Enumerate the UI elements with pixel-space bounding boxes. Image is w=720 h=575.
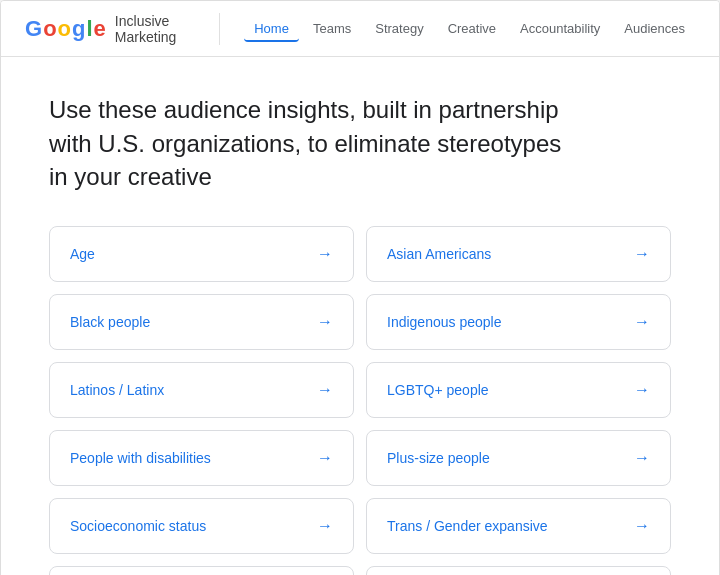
card-trans-arrow: → [634,517,650,535]
card-disabilities[interactable]: People with disabilities → [49,430,354,486]
card-indigenous-people[interactable]: Indigenous people → [366,294,671,350]
page-frame: Google Inclusive Marketing Home Teams St… [0,0,720,575]
google-logo: Google [25,16,105,42]
nav-home[interactable]: Home [244,15,299,42]
page-headline: Use these audience insights, built in pa… [49,93,569,194]
cards-grid: Age → Asian Americans → Black people → I… [49,226,671,575]
logo-l: l [86,16,91,42]
nav-strategy[interactable]: Strategy [365,15,433,42]
card-age-label: Age [70,246,95,262]
card-socioeconomic[interactable]: Socioeconomic status → [49,498,354,554]
card-trans[interactable]: Trans / Gender expansive → [366,498,671,554]
card-plus-size-arrow: → [634,449,650,467]
card-black-people-label: Black people [70,314,150,330]
card-plus-size-label: Plus-size people [387,450,490,466]
main-nav: Home Teams Strategy Creative Accountabil… [244,15,695,42]
card-asian-americans[interactable]: Asian Americans → [366,226,671,282]
card-age[interactable]: Age → [49,226,354,282]
logo-o1: o [43,16,55,42]
card-disabilities-arrow: → [317,449,333,467]
nav-creative[interactable]: Creative [438,15,506,42]
card-latinos-label: Latinos / Latinx [70,382,164,398]
card-veterans[interactable]: U.S. Veterans → [49,566,354,575]
card-women[interactable]: Women → [366,566,671,575]
logo-g: G [25,16,41,42]
card-plus-size[interactable]: Plus-size people → [366,430,671,486]
card-lgbtq[interactable]: LGBTQ+ people → [366,362,671,418]
card-trans-label: Trans / Gender expansive [387,518,548,534]
card-latinos[interactable]: Latinos / Latinx → [49,362,354,418]
main-content: Use these audience insights, built in pa… [1,57,719,575]
card-socioeconomic-arrow: → [317,517,333,535]
header: Google Inclusive Marketing Home Teams St… [1,1,719,57]
nav-teams[interactable]: Teams [303,15,361,42]
site-name: Inclusive Marketing [115,13,220,45]
card-black-people-arrow: → [317,313,333,331]
card-indigenous-people-label: Indigenous people [387,314,501,330]
card-asian-americans-label: Asian Americans [387,246,491,262]
logo-e: e [94,16,105,42]
logo-g2: g [72,16,84,42]
card-indigenous-people-arrow: → [634,313,650,331]
nav-audiences[interactable]: Audiences [614,15,695,42]
card-black-people[interactable]: Black people → [49,294,354,350]
card-disabilities-label: People with disabilities [70,450,211,466]
card-asian-americans-arrow: → [634,245,650,263]
card-socioeconomic-label: Socioeconomic status [70,518,206,534]
card-lgbtq-label: LGBTQ+ people [387,382,489,398]
card-lgbtq-arrow: → [634,381,650,399]
nav-accountability[interactable]: Accountability [510,15,610,42]
card-age-arrow: → [317,245,333,263]
card-latinos-arrow: → [317,381,333,399]
logo-o2: o [58,16,70,42]
